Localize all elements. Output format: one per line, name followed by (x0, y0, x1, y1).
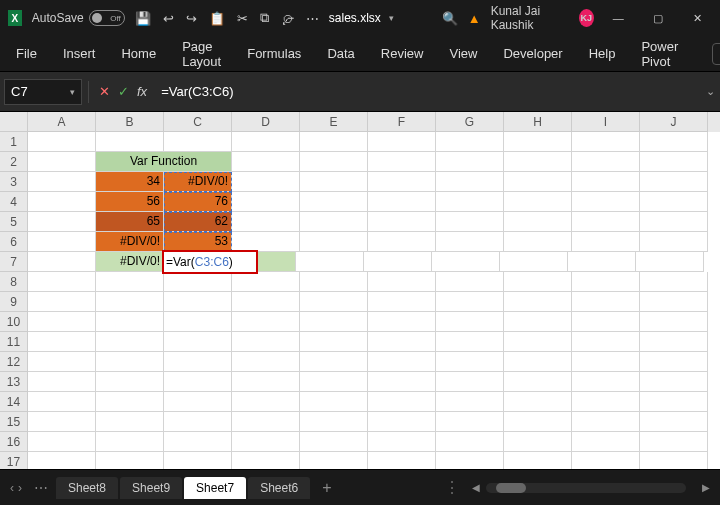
scrollbar-thumb[interactable] (496, 483, 526, 493)
row-header[interactable]: 10 (0, 312, 28, 332)
cell-b2-header[interactable]: Var Function (96, 152, 232, 172)
ribbon-tab-formulas[interactable]: Formulas (241, 42, 307, 65)
ribbon-tab-pagelayout[interactable]: Page Layout (176, 35, 227, 73)
cell-c6[interactable]: 53 (164, 232, 232, 252)
format-painter-icon[interactable]: ⌮ (281, 11, 294, 26)
formula-input[interactable]: =Var(C3:C6) (151, 84, 700, 99)
sheet-tab-active[interactable]: Sheet7 (184, 477, 246, 499)
sheet-prev-icon[interactable]: ‹ (10, 481, 14, 495)
col-header[interactable]: H (504, 112, 572, 132)
title-center: sales.xlsx ▾ 🔍 (329, 11, 458, 26)
row-header[interactable]: 6 (0, 232, 28, 252)
sheet-tab[interactable]: Sheet9 (120, 477, 182, 499)
scroll-right-icon[interactable]: ▶ (698, 482, 714, 493)
column-headers: A B C D E F G H I J (28, 112, 720, 132)
horizontal-scrollbar[interactable] (486, 483, 686, 493)
autosave-switch-off[interactable]: Off (89, 10, 125, 26)
col-header[interactable]: E (300, 112, 368, 132)
expand-formula-bar-icon[interactable]: ⌄ (700, 85, 720, 98)
row-header[interactable]: 4 (0, 192, 28, 212)
row-header[interactable]: 9 (0, 292, 28, 312)
row-header[interactable]: 14 (0, 392, 28, 412)
all-sheets-icon[interactable]: ⋯ (28, 480, 54, 496)
minimize-button[interactable]: ― (604, 4, 633, 32)
cell-c4[interactable]: 76 (164, 192, 232, 212)
formula-bar-buttons: ✕ ✓ fx (95, 84, 151, 99)
ribbon-tab-data[interactable]: Data (321, 42, 360, 65)
ribbon-tab-file[interactable]: File (10, 42, 43, 65)
row-header[interactable]: 16 (0, 432, 28, 452)
ribbon-tab-powerpivot[interactable]: Power Pivot (635, 35, 684, 73)
row-header[interactable]: 5 (0, 212, 28, 232)
row-header[interactable]: 3 (0, 172, 28, 192)
excel-app-icon[interactable]: X (8, 10, 22, 26)
cell-b7[interactable]: #DIV/0! (96, 252, 164, 272)
scroll-left-icon[interactable]: ◀ (468, 482, 484, 493)
row-header[interactable]: 13 (0, 372, 28, 392)
comments-button[interactable]: 💬 Comments (712, 43, 720, 65)
insert-function-icon[interactable]: fx (137, 84, 147, 99)
redo-icon[interactable]: ↪ (186, 11, 197, 26)
user-avatar[interactable]: KJ (579, 9, 594, 27)
ribbon-tab-review[interactable]: Review (375, 42, 430, 65)
col-header[interactable]: I (572, 112, 640, 132)
cell-b6[interactable]: #DIV/0! (96, 232, 164, 252)
filename-chevron-icon[interactable]: ▾ (389, 13, 394, 23)
col-header[interactable]: D (232, 112, 300, 132)
undo-icon[interactable]: ↩ (163, 11, 174, 26)
quick-access-toolbar: 💾 ↩ ↪ 📋 ✂ ⧉ ⌮ ⋯ (135, 10, 319, 26)
namebox-chevron-icon[interactable]: ▾ (70, 87, 75, 97)
accept-formula-icon[interactable]: ✓ (118, 84, 129, 99)
copy-icon[interactable]: ⧉ (260, 10, 269, 26)
filename-label[interactable]: sales.xlsx (329, 11, 381, 25)
row-header[interactable]: 15 (0, 412, 28, 432)
search-icon[interactable]: 🔍 (442, 11, 458, 26)
cell-b3[interactable]: 34 (96, 172, 164, 192)
cell-c3[interactable]: #DIV/0! (164, 172, 232, 192)
clipboard-icon[interactable]: 📋 (209, 11, 225, 26)
autosave-label: AutoSave (32, 11, 84, 25)
row-header[interactable]: 17 (0, 452, 28, 469)
warning-icon[interactable]: ▲ (468, 11, 481, 26)
formula-bar: C7 ▾ ✕ ✓ fx =Var(C3:C6) ⌄ (0, 72, 720, 112)
cells-area[interactable]: Var Function 34#DIV/0! 5676 6562 #DIV/0!… (28, 132, 720, 469)
select-all-triangle[interactable] (0, 112, 28, 132)
sheet-tab[interactable]: Sheet6 (248, 477, 310, 499)
cell-b4[interactable]: 56 (96, 192, 164, 212)
cancel-formula-icon[interactable]: ✕ (99, 84, 110, 99)
cut-icon[interactable]: ✂ (237, 11, 248, 26)
cell-b5[interactable]: 65 (96, 212, 164, 232)
col-header[interactable]: B (96, 112, 164, 132)
tab-separator: ⋮ (438, 478, 466, 497)
col-header[interactable]: F (368, 112, 436, 132)
row-header[interactable]: 8 (0, 272, 28, 292)
row-header[interactable]: 1 (0, 132, 28, 152)
ribbon-tab-insert[interactable]: Insert (57, 42, 102, 65)
ribbon-tab-home[interactable]: Home (115, 42, 162, 65)
close-button[interactable]: ✕ (683, 4, 712, 32)
user-name-label[interactable]: Kunal Jai Kaushik (491, 4, 569, 32)
more-icon[interactable]: ⋯ (306, 11, 319, 26)
col-header[interactable]: G (436, 112, 504, 132)
col-header[interactable]: C (164, 112, 232, 132)
col-header[interactable]: J (640, 112, 708, 132)
row-header[interactable]: 7 (0, 252, 28, 272)
ribbon-tab-help[interactable]: Help (583, 42, 622, 65)
cell-d7-partial[interactable] (256, 252, 296, 272)
spreadsheet-grid: A B C D E F G H I J 12345678910111213141… (0, 112, 720, 469)
ribbon-tab-view[interactable]: View (443, 42, 483, 65)
name-box[interactable]: C7 ▾ (4, 79, 82, 105)
add-sheet-icon[interactable]: + (312, 479, 341, 497)
maximize-button[interactable]: ▢ (643, 4, 672, 32)
ribbon-tab-developer[interactable]: Developer (497, 42, 568, 65)
save-icon[interactable]: 💾 (135, 11, 151, 26)
sheet-tab[interactable]: Sheet8 (56, 477, 118, 499)
col-header[interactable]: A (28, 112, 96, 132)
cell-c7-editing[interactable]: =Var(C3:C6) (162, 250, 258, 274)
row-header[interactable]: 11 (0, 332, 28, 352)
row-header[interactable]: 12 (0, 352, 28, 372)
cell-c5[interactable]: 62 (164, 212, 232, 232)
sheet-next-icon[interactable]: › (18, 481, 22, 495)
autosave-toggle[interactable]: AutoSave Off (32, 10, 125, 26)
row-header[interactable]: 2 (0, 152, 28, 172)
